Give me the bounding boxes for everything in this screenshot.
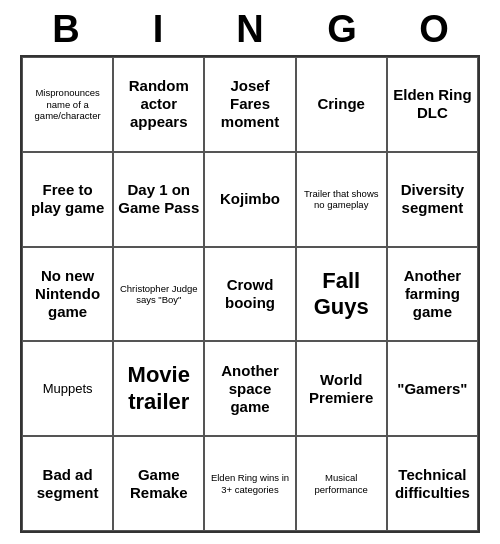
bingo-cell-6: Day 1 on Game Pass bbox=[113, 152, 204, 247]
bingo-cell-17: Another space game bbox=[204, 341, 295, 436]
bingo-cell-7: Kojimbo bbox=[204, 152, 295, 247]
bingo-cell-14: Another farming game bbox=[387, 247, 478, 342]
bingo-cell-0: Mispronounces name of a game/character bbox=[22, 57, 113, 152]
bingo-letter: G bbox=[296, 8, 388, 51]
bingo-cell-1: Random actor appears bbox=[113, 57, 204, 152]
bingo-cell-22: Elden Ring wins in 3+ categories bbox=[204, 436, 295, 531]
bingo-cell-20: Bad ad segment bbox=[22, 436, 113, 531]
bingo-cell-10: No new Nintendo game bbox=[22, 247, 113, 342]
bingo-cell-18: World Premiere bbox=[296, 341, 387, 436]
bingo-letter: B bbox=[20, 8, 112, 51]
bingo-cell-15: Muppets bbox=[22, 341, 113, 436]
bingo-letter: N bbox=[204, 8, 296, 51]
bingo-cell-19: "Gamers" bbox=[387, 341, 478, 436]
bingo-cell-11: Christopher Judge says "Boy" bbox=[113, 247, 204, 342]
bingo-cell-13: Fall Guys bbox=[296, 247, 387, 342]
bingo-grid: Mispronounces name of a game/characterRa… bbox=[20, 55, 480, 533]
bingo-cell-12: Crowd booing bbox=[204, 247, 295, 342]
bingo-cell-5: Free to play game bbox=[22, 152, 113, 247]
bingo-cell-3: Cringe bbox=[296, 57, 387, 152]
bingo-cell-23: Musical performance bbox=[296, 436, 387, 531]
bingo-cell-9: Diversity segment bbox=[387, 152, 478, 247]
bingo-cell-8: Trailer that shows no gameplay bbox=[296, 152, 387, 247]
bingo-letter: I bbox=[112, 8, 204, 51]
bingo-cell-4: Elden Ring DLC bbox=[387, 57, 478, 152]
bingo-letter: O bbox=[388, 8, 480, 51]
bingo-title: BINGO bbox=[20, 8, 480, 51]
bingo-cell-2: Josef Fares moment bbox=[204, 57, 295, 152]
bingo-cell-24: Technical difficulties bbox=[387, 436, 478, 531]
bingo-cell-21: Game Remake bbox=[113, 436, 204, 531]
bingo-cell-16: Movie trailer bbox=[113, 341, 204, 436]
